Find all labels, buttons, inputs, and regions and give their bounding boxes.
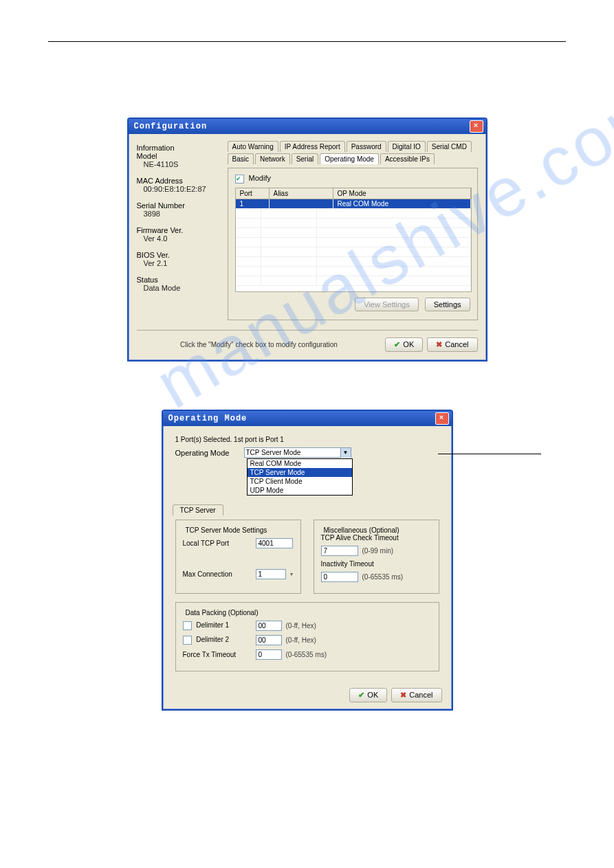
value-model: NE-4110S <box>137 160 219 168</box>
legend-packing: Data Packing (Optional) <box>183 609 261 616</box>
delimiter1-input[interactable] <box>256 621 282 631</box>
tab-tcp-server[interactable]: TCP Server <box>173 504 223 515</box>
hint-hex: (0-ff, Hex) <box>286 622 316 630</box>
col-port: Port <box>236 188 270 199</box>
local-port-input[interactable] <box>256 538 293 548</box>
window-configuration: Configuration × Information Model NE-411… <box>127 118 487 361</box>
ok-button[interactable]: OK <box>349 688 387 702</box>
label-alive: TCP Alive Check Timeout <box>321 534 432 542</box>
tab-content: Modify Port Alias OP Mode 1 Real <box>228 168 478 320</box>
cell-opmode: Real COM Mode <box>333 199 471 209</box>
window-title: Operating Mode <box>168 414 435 423</box>
hint-force: (0-65535 ms) <box>286 651 327 658</box>
modify-label: Modify <box>249 174 271 182</box>
delimiter2-checkbox[interactable] <box>183 636 192 645</box>
legend-tcp-server: TCP Server Mode Settings <box>183 526 270 534</box>
close-icon[interactable]: × <box>470 120 483 133</box>
callout-arrow <box>438 454 541 461</box>
label-inactivity: Inactivity Timeout <box>321 560 432 568</box>
label-delimiter1: Delimiter 1 <box>196 621 229 629</box>
delimiter2-input[interactable] <box>256 635 282 645</box>
settings-button[interactable]: Settings <box>425 298 470 311</box>
col-alias: Alias <box>270 188 333 199</box>
force-tx-input[interactable] <box>256 649 282 660</box>
legend-misc: Miscellaneous (Optional) <box>321 526 402 534</box>
alive-timeout-input[interactable] <box>321 546 358 556</box>
dropdown-item[interactable]: UDP Mode <box>248 486 352 495</box>
tab-accessible-ips[interactable]: Accessible IPs <box>380 153 435 164</box>
label-force-tx: Force Tx Timeout <box>183 651 252 658</box>
tab-serial[interactable]: Serial <box>292 153 319 164</box>
fieldset-packing: Data Packing (Optional) Delimiter 1 (0-f… <box>175 602 439 671</box>
hint-alive: (0-99 min) <box>362 547 394 555</box>
view-settings-button: View Settings <box>355 298 418 311</box>
tabs-area: Auto Warning IP Address Report Password … <box>228 141 478 320</box>
info-heading: Information <box>137 144 219 152</box>
hint-inactivity: (0-65535 ms) <box>362 573 403 581</box>
hint-hex2: (0-ff, Hex) <box>286 636 316 644</box>
table-header: Port Alias OP Mode <box>236 188 471 199</box>
value-serial: 3898 <box>137 210 219 218</box>
label-serial: Serial Number <box>137 201 219 210</box>
operating-mode-label: Operating Mode <box>175 447 244 457</box>
modify-checkbox[interactable]: Modify <box>235 174 271 182</box>
chevron-down-icon: ▼ <box>340 448 351 458</box>
tab-network[interactable]: Network <box>255 153 290 164</box>
tab-digital-io[interactable]: Digital IO <box>388 141 426 152</box>
table-row[interactable]: 1 Real COM Mode <box>236 199 471 209</box>
label-model: Model <box>137 152 219 160</box>
label-bios: BIOS Ver. <box>137 251 219 259</box>
ok-button[interactable]: OK <box>385 337 423 352</box>
titlebar: Configuration × <box>129 119 486 134</box>
dropdown-item[interactable]: TCP Client Mode <box>248 477 352 486</box>
close-icon[interactable]: × <box>435 412 449 425</box>
titlebar: Operating Mode × <box>163 411 452 426</box>
tab-serial-cmd[interactable]: Serial CMD <box>427 141 472 152</box>
value-status: Data Mode <box>137 284 219 292</box>
page: Configuration × Information Model NE-411… <box>0 0 614 711</box>
inactivity-input[interactable] <box>321 572 358 582</box>
value-mac: 00:90:E8:10:E2:87 <box>137 185 219 193</box>
max-conn-input[interactable] <box>256 569 286 579</box>
page-rule <box>48 41 566 42</box>
tab-operating-mode[interactable]: Operating Mode <box>320 153 379 164</box>
fieldset-tcp-server: TCP Server Mode Settings Local TCP Port … <box>175 520 301 594</box>
tab-basic[interactable]: Basic <box>228 153 254 164</box>
label-delimiter2: Delimiter 2 <box>196 636 229 643</box>
col-opmode: OP Mode <box>333 188 471 199</box>
dropdown-arrow-icon[interactable]: ▾ <box>290 571 293 577</box>
select-value: TCP Server Mode <box>246 449 301 456</box>
checkbox-icon <box>235 175 244 183</box>
port-selection-msg: 1 Port(s) Selected. 1st port is Port 1 <box>175 436 442 443</box>
operating-mode-select[interactable]: TCP Server Mode ▼ <box>244 447 351 458</box>
footer-message: Click the "Modify" check box to modify c… <box>137 341 382 348</box>
value-firmware: Ver 4.0 <box>137 234 219 243</box>
label-local-port: Local TCP Port <box>183 539 252 547</box>
dropdown-item[interactable]: TCP Server Mode <box>248 468 352 477</box>
window-operating-mode: Operating Mode × 1 Port(s) Selected. 1st… <box>162 410 453 711</box>
cancel-button[interactable]: Cancel <box>427 337 477 352</box>
label-max-conn: Max Connection <box>183 570 252 578</box>
tab-password[interactable]: Password <box>347 141 386 152</box>
tab-ip-report[interactable]: IP Address Report <box>280 141 345 152</box>
cell-alias <box>270 199 333 209</box>
value-bios: Ver 2.1 <box>137 259 219 267</box>
label-mac: MAC Address <box>137 177 219 185</box>
label-status: Status <box>137 276 219 284</box>
window-title: Configuration <box>134 122 470 131</box>
info-panel: Information Model NE-4110S MAC Address 0… <box>137 141 219 320</box>
label-firmware: Firmware Ver. <box>137 226 219 234</box>
cancel-button[interactable]: Cancel <box>391 688 441 702</box>
fieldset-misc: Miscellaneous (Optional) TCP Alive Check… <box>314 520 439 594</box>
cell-port: 1 <box>236 199 270 209</box>
operating-mode-dropdown: Real COM Mode TCP Server Mode TCP Client… <box>247 458 353 496</box>
dropdown-item[interactable]: Real COM Mode <box>248 459 352 468</box>
port-table: Port Alias OP Mode 1 Real COM Mode <box>235 188 472 292</box>
tab-auto-warning[interactable]: Auto Warning <box>228 141 278 152</box>
delimiter1-checkbox[interactable] <box>183 621 192 630</box>
